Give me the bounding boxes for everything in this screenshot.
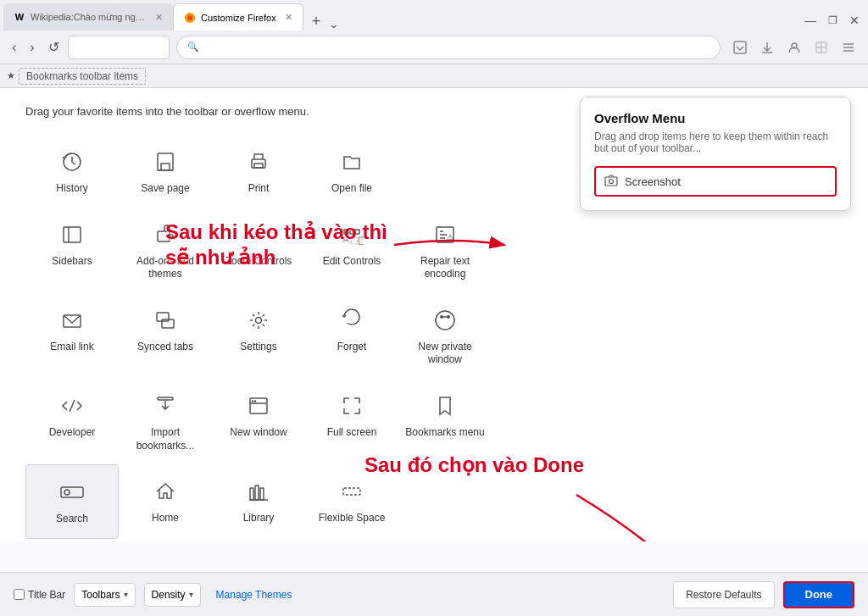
open-file-icon (337, 147, 367, 177)
svg-line-37 (70, 400, 75, 412)
title-bar-checkbox[interactable]: Title Bar (14, 589, 65, 601)
grid-item-synced[interactable]: Synced tabs (119, 293, 212, 379)
addons-label: Add-ons and themes (125, 255, 205, 281)
menu-button[interactable] (836, 36, 861, 58)
bookmarks-bar-label: Bookmarks toolbar items (19, 68, 146, 85)
url-bar[interactable] (68, 36, 170, 59)
minimize-button[interactable]: — (799, 10, 821, 31)
close-button[interactable]: ✕ (844, 10, 865, 31)
svg-rect-38 (158, 397, 173, 400)
back-button[interactable]: ‹ (7, 36, 21, 58)
grid-item-private[interactable]: New private window (398, 293, 492, 379)
tab-customize-close[interactable]: ✕ (285, 12, 292, 23)
import-icon (150, 391, 181, 421)
history-label: History (56, 182, 87, 196)
pocket-button[interactable] (727, 36, 753, 58)
density-label: Density (152, 589, 186, 601)
density-chevron-icon: ▾ (189, 590, 193, 599)
extensions-button[interactable] (809, 36, 834, 58)
account-button[interactable] (782, 36, 807, 58)
title-bar-check-input[interactable] (14, 589, 25, 600)
toolbars-dropdown[interactable]: Toolbars ▾ (74, 583, 135, 607)
zoom-label: Zoom Controls (225, 255, 292, 269)
done-button[interactable]: Done (783, 581, 855, 608)
wikipedia-tab-icon: W (14, 11, 25, 23)
svg-text:⚠: ⚠ (447, 233, 453, 241)
svg-rect-19 (168, 235, 173, 238)
home-label: Home (152, 512, 179, 525)
developer-label: Developer (49, 426, 96, 440)
screenshot-overflow-icon (604, 175, 618, 188)
tab-overflow-button[interactable]: ⌄ (326, 17, 342, 31)
svg-rect-16 (64, 227, 81, 242)
screenshot-overflow-label: Screenshot (625, 175, 681, 188)
tab-customize-label: Customize Firefox (201, 13, 276, 23)
import-label: Import bookmarks... (125, 426, 205, 452)
search-bar-icon (57, 477, 87, 508)
grid-item-zoom[interactable]: —+ Zoom Controls (212, 208, 305, 293)
overflow-panel: Overflow Menu Drag and drop items here t… (580, 97, 851, 211)
address-bar[interactable]: 🔍 (176, 36, 721, 59)
email-icon (57, 305, 87, 336)
tab-wikipedia[interactable]: W Wikipedia:Chào mừng người m ✕ (3, 3, 173, 31)
grid-item-settings[interactable]: Settings (212, 293, 305, 379)
main-content: Drag your favorite items into the toolba… (0, 88, 868, 541)
reload-button[interactable]: ↺ (43, 36, 64, 58)
svg-text:📋: 📋 (357, 235, 364, 246)
grid-item-open-file[interactable]: Open file (305, 135, 398, 208)
grid-item-sidebars[interactable]: Sidebars (25, 208, 119, 293)
tab-customize[interactable]: Customize Firefox ✕ (173, 3, 303, 31)
grid-item-home[interactable]: Home (119, 464, 212, 539)
svg-rect-15 (254, 164, 263, 168)
grid-item-search[interactable]: Search (25, 464, 119, 539)
grid-item-bookmarks-menu[interactable]: Bookmarks menu (398, 379, 492, 464)
manage-themes-link[interactable]: Manage Themes (216, 589, 292, 601)
svg-point-44 (64, 490, 70, 495)
add-tab-button[interactable]: + (307, 13, 326, 31)
grid-item-addons[interactable]: Add-ons and themes (119, 208, 212, 293)
svg-rect-12 (158, 153, 173, 170)
window-label: New window (230, 426, 287, 440)
grid-item-history[interactable]: History (25, 135, 119, 208)
restore-defaults-button[interactable]: Restore Defaults (673, 581, 774, 608)
flexible-space-label: Flexible Space (319, 512, 386, 525)
overflow-screenshot-item[interactable]: Screenshot (594, 166, 837, 197)
settings-icon (243, 305, 274, 336)
forward-button[interactable]: › (25, 36, 39, 58)
density-dropdown[interactable]: Density ▾ (144, 583, 201, 607)
svg-text:+: + (256, 230, 262, 242)
grid-item-forget[interactable]: Forget (305, 293, 398, 379)
grid-item-save[interactable]: Save page (119, 135, 212, 208)
svg-rect-24 (355, 230, 359, 234)
title-bar-label: Title Bar (28, 589, 65, 601)
fullscreen-icon (337, 391, 367, 421)
download-button[interactable] (754, 36, 780, 58)
grid-item-library[interactable]: Library (212, 464, 305, 539)
grid-item-fullscreen[interactable]: Full screen (305, 379, 398, 464)
window-icon (243, 391, 274, 421)
overflow-title: Overflow Menu (594, 111, 837, 125)
svg-point-51 (609, 180, 614, 184)
grid-item-repair[interactable]: ⚠ Repair text encoding (398, 208, 492, 293)
print-label: Print (248, 182, 270, 196)
grid-item-print[interactable]: Print (212, 135, 305, 208)
fullscreen-label: Full screen (327, 426, 377, 440)
grid-item-import[interactable]: Import bookmarks... (119, 379, 212, 464)
forget-icon (337, 305, 367, 336)
forget-label: Forget (337, 341, 367, 354)
grid-item-developer[interactable]: Developer (25, 379, 119, 464)
restore-button[interactable]: ❐ (823, 10, 843, 31)
svg-rect-45 (250, 488, 253, 500)
flexible-space-icon (337, 476, 367, 507)
private-label: New private window (405, 341, 485, 367)
svg-point-1 (187, 15, 192, 20)
firefox-tab-icon (184, 12, 196, 24)
grid-item-edit[interactable]: ✂⬚📋 Edit Controls (305, 208, 398, 293)
grid-item-flexible[interactable]: Flexible Space (305, 464, 398, 539)
repair-icon: ⚠ (430, 219, 460, 250)
bookmarks-menu-icon (430, 391, 460, 421)
grid-item-window[interactable]: New window (212, 379, 305, 464)
grid-item-email[interactable]: Email link (25, 293, 119, 379)
svg-rect-22 (344, 230, 348, 234)
tab-wikipedia-close[interactable]: ✕ (155, 12, 163, 23)
